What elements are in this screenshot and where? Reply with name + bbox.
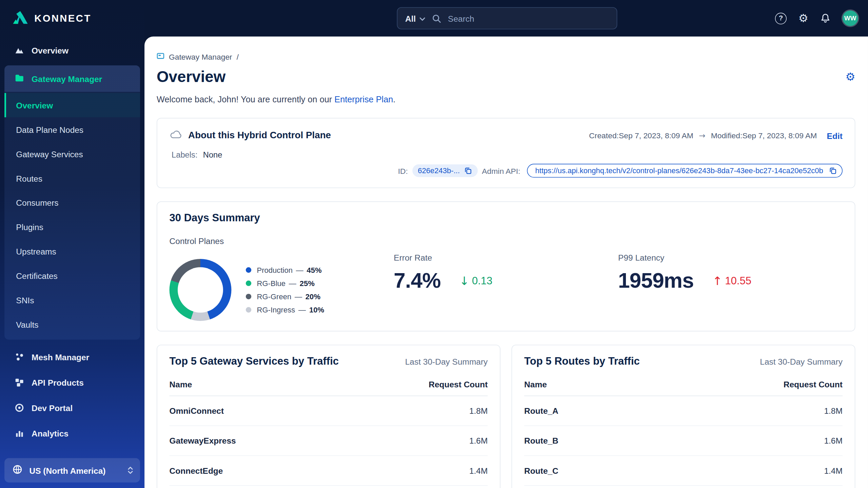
api-products-icon	[14, 377, 24, 387]
error-rate-delta: ↓ 0.13	[459, 274, 492, 287]
sidebar-item-gm-overview[interactable]: Overview	[4, 93, 140, 117]
notifications-bell-icon[interactable]	[820, 13, 831, 24]
thirty-days-summary-card: 30 Days Summary Control Planes Productio…	[157, 201, 855, 331]
sidebar-item-mesh-manager[interactable]: Mesh Manager	[0, 344, 144, 370]
legend-item-production: Production — 45%	[246, 266, 324, 274]
welcome-message: Welcome back, John! You are currently on…	[157, 95, 855, 104]
table-period: Last 30-Day Summary	[405, 357, 488, 366]
user-avatar[interactable]: WW	[843, 11, 858, 26]
control-planes-block: Control Planes Production — 45%	[170, 236, 394, 321]
breadcrumb: Gateway Manager /	[157, 52, 855, 61]
gateway-manager-icon	[14, 73, 24, 84]
sidebar-item-label: Dev Portal	[32, 403, 73, 412]
created-timestamp: Created:Sep 7, 2023, 8:09 AM	[589, 131, 693, 140]
table-row: Route_C1.4M	[524, 455, 843, 485]
donut-legend: Production — 45% RG-Blue — 25%	[246, 266, 324, 314]
top-gateway-services-card: Top 5 Gateway Services by Traffic Last 3…	[157, 345, 500, 488]
legend-item-rg-ingress: RG-Ingress — 10%	[246, 306, 324, 314]
search-input[interactable]	[448, 14, 609, 23]
brand[interactable]: KONNECT	[12, 0, 91, 37]
sidebar-item-upstreams[interactable]: Upstreams	[4, 239, 140, 263]
sidebar-item-snis[interactable]: SNIs	[4, 288, 140, 312]
control-planes-label: Control Planes	[170, 236, 394, 246]
labels-row: Labels: None	[170, 150, 843, 159]
control-plane-id-pill[interactable]: 626e243b-...	[412, 164, 477, 177]
gateway-manager-submenu: Overview Data Plane Nodes Gateway Servic…	[4, 92, 140, 340]
mesh-manager-icon	[14, 352, 24, 362]
sidebar-item-gateway-services[interactable]: Gateway Services	[4, 142, 140, 166]
overview-icon	[14, 45, 24, 55]
sidebar-item-dev-portal[interactable]: Dev Portal	[0, 395, 144, 421]
table-row: GatewayExpress1.6M	[170, 426, 488, 455]
arrow-down-icon: ↓	[459, 274, 469, 287]
gateway-services-table: Name Request Count OmniConnect1.8M Gatew…	[170, 373, 488, 486]
search-icon	[432, 14, 441, 23]
p99-latency-value: 1959ms	[618, 269, 694, 292]
region-label: US (North America)	[29, 466, 106, 475]
sidebar-item-vaults[interactable]: Vaults	[4, 312, 140, 337]
legend-dot	[246, 307, 251, 312]
legend-dot	[246, 294, 251, 299]
edit-button[interactable]: Edit	[827, 131, 843, 140]
breadcrumb-gateway-manager[interactable]: Gateway Manager	[169, 52, 232, 61]
error-rate-label: Error Rate	[394, 253, 618, 262]
search-scope-dropdown[interactable]: All	[405, 14, 425, 23]
about-card-title: About this Hybrid Control Plane	[188, 130, 331, 141]
labels-label: Labels:	[172, 150, 197, 159]
sidebar-item-data-plane-nodes[interactable]: Data Plane Nodes	[4, 117, 140, 142]
table-row: ConnectEdge1.4M	[170, 455, 488, 485]
labels-value: None	[203, 150, 222, 159]
sidebar-item-consumers[interactable]: Consumers	[4, 190, 140, 215]
routes-table: Name Request Count Route_A1.8M Route_B1.…	[524, 373, 843, 486]
modified-timestamp: Modified:Sep 7, 2023, 8:09 AM	[711, 131, 817, 140]
table-period: Last 30-Day Summary	[760, 357, 843, 366]
p99-latency-block: P99 Latency 1959ms ↑ 10.55	[618, 236, 843, 321]
id-label: ID:	[398, 166, 408, 175]
p99-latency-label: P99 Latency	[618, 253, 843, 262]
analytics-icon	[14, 428, 24, 438]
traffic-tables: Top 5 Gateway Services by Traffic Last 3…	[157, 345, 855, 488]
kong-logo-icon	[12, 10, 29, 27]
sidebar-item-plugins[interactable]: Plugins	[4, 215, 140, 239]
sidebar-item-label: Overview	[32, 46, 68, 55]
topbar-actions: ? ⚙ WW	[775, 0, 858, 37]
admin-api-label: Admin API:	[482, 166, 520, 175]
globe-icon	[12, 464, 23, 476]
sidebar-item-label: Analytics	[32, 428, 68, 438]
settings-gear-icon[interactable]: ⚙	[798, 13, 808, 24]
sidebar-item-overview[interactable]: Overview	[0, 38, 144, 63]
table-row: OmniConnect1.8M	[170, 396, 488, 426]
table-row: Route_B1.6M	[524, 426, 843, 455]
about-control-plane-card: About this Hybrid Control Plane Created:…	[157, 118, 855, 188]
summary-title: 30 Days Summary	[170, 212, 843, 224]
copy-id-icon[interactable]	[463, 166, 472, 175]
sidebar-item-label: Gateway Manager	[32, 74, 102, 83]
dev-portal-icon	[14, 403, 24, 413]
about-card-meta: Created:Sep 7, 2023, 8:09 AM → Modified:…	[589, 131, 843, 140]
sidebar-item-label: API Products	[32, 378, 84, 387]
sidebar-item-certificates[interactable]: Certificates	[4, 263, 140, 288]
sidebar-item-gateway-manager[interactable]: Gateway Manager	[4, 65, 140, 92]
enterprise-plan-link[interactable]: Enterprise Plan	[334, 95, 393, 104]
sidebar-group-gateway-manager: Gateway Manager Overview Data Plane Node…	[4, 65, 140, 340]
arrow-right-icon: →	[699, 131, 705, 140]
p99-latency-delta: ↑ 10.55	[712, 274, 751, 287]
admin-api-url-pill[interactable]: https://us.api.konghq.tech/v2/control-pl…	[527, 164, 843, 178]
region-selector[interactable]: US (North America)	[4, 458, 140, 483]
legend-dot	[246, 267, 251, 273]
table-title: Top 5 Gateway Services by Traffic	[170, 355, 339, 367]
sidebar-item-analytics[interactable]: Analytics	[0, 421, 144, 446]
sidebar-item-routes[interactable]: Routes	[4, 166, 140, 190]
column-header-request-count: Request Count	[641, 373, 843, 396]
topbar: KONNECT All ? ⚙ WW	[0, 0, 868, 37]
copy-admin-api-icon[interactable]	[829, 166, 837, 175]
breadcrumb-separator: /	[237, 52, 239, 61]
help-icon[interactable]: ?	[775, 13, 787, 24]
column-header-name: Name	[170, 373, 338, 396]
page-settings-gear-icon[interactable]: ⚙	[845, 72, 855, 83]
chevron-down-icon	[420, 17, 425, 21]
brand-wordmark: KONNECT	[34, 13, 91, 24]
error-rate-block: Error Rate 7.4% ↓ 0.13	[394, 236, 618, 321]
sidebar-item-api-products[interactable]: API Products	[0, 370, 144, 395]
column-header-name: Name	[524, 373, 641, 396]
